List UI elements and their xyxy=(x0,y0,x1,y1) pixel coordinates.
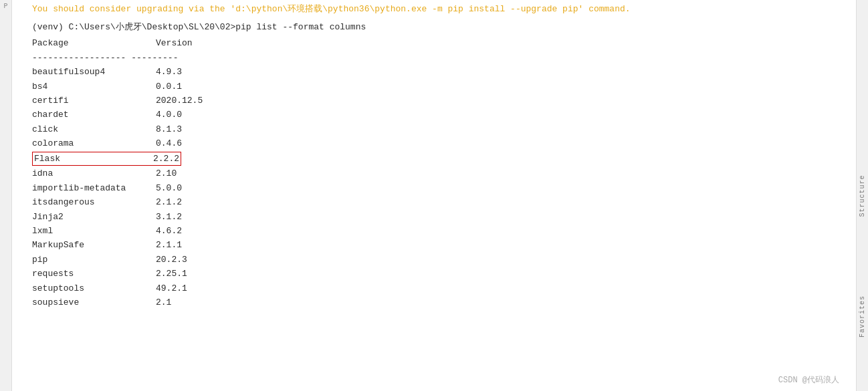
left-sidebar: P xyxy=(0,0,12,391)
favorites-label: Favorites xyxy=(859,295,866,338)
col-package-header: Package xyxy=(32,36,156,50)
table-header-row: Package Version xyxy=(32,36,849,50)
main-content: You should consider upgrading via the 'd… xyxy=(12,0,856,391)
table-row: pip20.2.3 xyxy=(32,253,849,267)
table-row: bs40.0.1 xyxy=(32,80,849,94)
table-row: colorama0.4.6 xyxy=(32,136,849,150)
terminal-area: You should consider upgrading via the 'd… xyxy=(12,0,856,391)
command-line: (venv) C:\Users\小虎牙\Desktop\SL\20\02>pip… xyxy=(32,19,849,35)
table-row: lxml4.6.2 xyxy=(32,224,849,238)
table-row: MarkupSafe2.1.1 xyxy=(32,238,849,252)
warning-line: You should consider upgrading via the 'd… xyxy=(32,3,849,17)
table-row: chardet4.0.0 xyxy=(32,108,849,122)
table-row: setuptools49.2.1 xyxy=(32,281,849,295)
table-row: certifi2020.12.5 xyxy=(32,94,849,108)
package-table: Package Version ------------------ -----… xyxy=(32,36,849,309)
table-row: requests2.25.1 xyxy=(32,267,849,281)
right-sidebar: Structure Favorites xyxy=(856,0,868,391)
separator-row: ------------------ --------- xyxy=(32,51,849,65)
table-row: itsdangerous2.1.2 xyxy=(32,195,849,209)
table-row: importlib-metadata5.0.0 xyxy=(32,181,849,195)
structure-label: Structure xyxy=(859,174,866,217)
table-row: click8.1.3 xyxy=(32,122,849,136)
table-row: soupsieve2.1 xyxy=(32,295,849,309)
csdn-watermark: CSDN @代码浪人 xyxy=(778,374,839,386)
table-row: beautifulsoup44.9.3 xyxy=(32,65,849,79)
table-row-highlighted: Flask2.2.2 xyxy=(32,152,181,166)
table-row: idna2.10 xyxy=(32,166,849,180)
table-row: Jinja23.1.2 xyxy=(32,210,849,224)
col-version-header: Version xyxy=(156,36,193,50)
table-rows-container: beautifulsoup44.9.3bs40.0.1certifi2020.1… xyxy=(32,65,849,310)
sidebar-p-icon: P xyxy=(3,3,7,10)
